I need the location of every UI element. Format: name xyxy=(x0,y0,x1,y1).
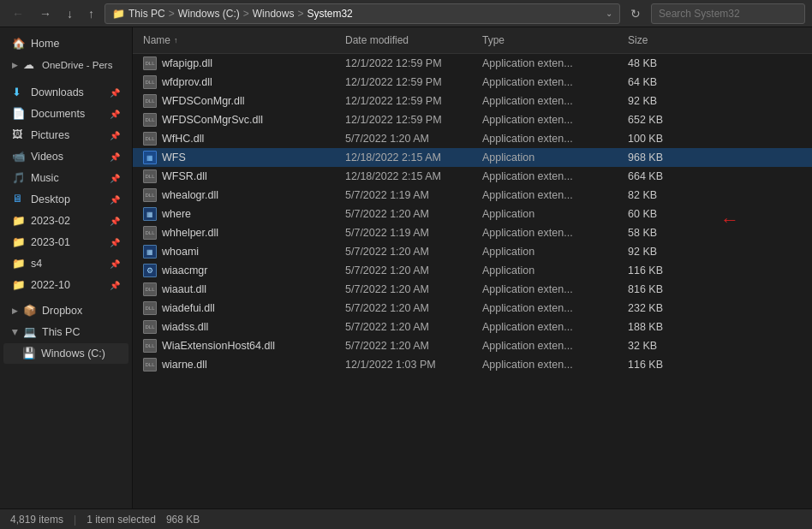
sidebar-item-home[interactable]: 🏠 Home xyxy=(3,33,128,54)
app-icon: ⚙ xyxy=(143,264,157,277)
statusbar: 4,819 items | 1 item selected 968 KB xyxy=(0,508,812,529)
sidebar-item-label: Pictures xyxy=(31,129,69,141)
main-layout: 🏠 Home ▶ ☁ OneDrive - Pers ⬇ Downloads 📌… xyxy=(0,27,812,508)
file-row[interactable]: ▦ whoami 5/7/2022 1:20 AM Application 92… xyxy=(133,242,812,261)
file-row[interactable]: DLL WfHC.dll 5/7/2022 1:20 AM Applicatio… xyxy=(133,129,812,148)
pin-icon: 📌 xyxy=(110,131,120,140)
sidebar-item-s4[interactable]: 📁 s4 📌 xyxy=(3,253,128,274)
file-name: wiadss.dll xyxy=(162,321,208,333)
file-size: 92 KB xyxy=(621,244,690,259)
file-type: Application exten... xyxy=(475,112,621,128)
dropbox-icon: 📦 xyxy=(23,304,37,318)
file-size: 116 KB xyxy=(621,263,690,278)
file-name: WiaExtensionHost64.dll xyxy=(162,340,275,352)
sidebar-item-desktop[interactable]: 🖥 Desktop 📌 xyxy=(3,189,128,210)
file-row[interactable]: DLL WFDSConMgrSvc.dll 12/1/2022 12:59 PM… xyxy=(133,110,812,129)
sidebar-item-onedrive[interactable]: ▶ ☁ OneDrive - Pers xyxy=(3,55,128,75)
sidebar-item-documents[interactable]: 📄 Documents 📌 xyxy=(3,104,128,124)
file-date: 5/7/2022 1:20 AM xyxy=(338,263,475,278)
app-icon: ▦ xyxy=(143,207,157,221)
file-row[interactable]: DLL WiaExtensionHost64.dll 5/7/2022 1:20… xyxy=(133,336,812,355)
file-row[interactable]: DLL wiaaut.dll 5/7/2022 1:20 AM Applicat… xyxy=(133,280,812,299)
col-header-date[interactable]: Date modified xyxy=(338,31,475,50)
sidebar-item-music[interactable]: 🎵 Music 📌 xyxy=(3,168,128,188)
sidebar-item-downloads[interactable]: ⬇ Downloads 📌 xyxy=(3,82,128,103)
breadcrumb-windows[interactable]: Windows xyxy=(253,8,295,20)
sidebar-item-2022-10[interactable]: 📁 2022-10 📌 xyxy=(3,275,128,295)
titlebar: ← → ↓ ↑ 📁 This PC > Windows (C:) > Windo… xyxy=(0,0,812,27)
search-input[interactable] xyxy=(651,3,805,24)
file-list: DLL wfapigp.dll 12/1/2022 12:59 PM Appli… xyxy=(133,54,812,508)
file-name: whhelper.dll xyxy=(162,227,218,239)
file-date: 5/7/2022 1:19 AM xyxy=(338,225,475,241)
file-date: 5/7/2022 1:20 AM xyxy=(338,282,475,297)
sidebar-item-thispc[interactable]: ▶ 💻 This PC xyxy=(3,322,128,342)
recent-button[interactable]: ↓ xyxy=(62,3,78,24)
file-name: whoami xyxy=(162,246,199,258)
sidebar-item-pictures[interactable]: 🖼 Pictures 📌 xyxy=(3,125,128,146)
breadcrumb-thispc[interactable]: This PC xyxy=(128,8,165,20)
file-row[interactable]: DLL whhelper.dll 5/7/2022 1:19 AM Applic… xyxy=(133,223,812,242)
file-row[interactable]: ▦ where 5/7/2022 1:20 AM Application 60 … xyxy=(133,205,812,223)
file-row[interactable]: DLL WFSR.dll 12/18/2022 2:15 AM Applicat… xyxy=(133,167,812,186)
address-dropdown-icon[interactable]: ⌄ xyxy=(606,9,612,18)
pin-icon: 📌 xyxy=(110,281,120,290)
file-row[interactable]: DLL wfdprov.dll 12/1/2022 12:59 PM Appli… xyxy=(133,73,812,92)
file-name-cell: DLL wiarne.dll xyxy=(133,356,338,373)
file-name: whealogr.dll xyxy=(162,189,218,201)
file-type: Application exten... xyxy=(475,357,621,372)
file-row[interactable]: DLL wfapigp.dll 12/1/2022 12:59 PM Appli… xyxy=(133,54,812,73)
file-date: 12/18/2022 2:15 AM xyxy=(338,150,475,165)
pin-icon: 📌 xyxy=(110,217,120,226)
file-size: 58 KB xyxy=(621,225,690,241)
file-name: wiaacmgr xyxy=(162,264,208,276)
home-icon: 🏠 xyxy=(12,37,26,51)
folder-icon: 📁 xyxy=(12,278,26,292)
address-bar[interactable]: 📁 This PC > Windows (C:) > Windows > Sys… xyxy=(104,3,620,24)
file-name-cell: DLL wfdprov.dll xyxy=(133,74,338,91)
refresh-button[interactable]: ↻ xyxy=(625,3,646,24)
breadcrumb-drive[interactable]: Windows (C:) xyxy=(178,8,240,20)
file-type: Application xyxy=(475,244,621,259)
sidebar-item-label: Videos xyxy=(31,151,63,163)
sidebar-item-label: Documents xyxy=(31,108,85,120)
file-size: 82 KB xyxy=(621,187,690,203)
file-type: Application xyxy=(475,150,621,165)
file-name-cell: ⚙ wiaacmgr xyxy=(133,262,338,279)
sidebar-item-2023-02[interactable]: 📁 2023-02 📌 xyxy=(3,211,128,231)
address-folder-icon: 📁 xyxy=(112,8,125,20)
file-row[interactable]: DLL whealogr.dll 5/7/2022 1:19 AM Applic… xyxy=(133,186,812,205)
file-size: 92 KB xyxy=(621,93,690,109)
file-date: 12/18/2022 2:15 AM xyxy=(338,169,475,184)
file-date: 12/1/2022 1:03 PM xyxy=(338,357,475,372)
file-row[interactable]: DLL wiadss.dll 5/7/2022 1:20 AM Applicat… xyxy=(133,318,812,336)
col-header-size[interactable]: Size xyxy=(621,31,690,50)
col-header-type[interactable]: Type xyxy=(475,31,621,50)
sidebar-item-label: This PC xyxy=(42,326,80,338)
pictures-icon: 🖼 xyxy=(12,128,26,142)
forward-button[interactable]: → xyxy=(34,3,57,24)
sidebar-item-windowsc[interactable]: 💾 Windows (C:) xyxy=(3,343,128,364)
file-name-cell: DLL wfapigp.dll xyxy=(133,55,338,72)
up-button[interactable]: ↑ xyxy=(83,3,99,24)
file-name: wfapigp.dll xyxy=(162,57,212,69)
file-row[interactable]: ▦ WFS 12/18/2022 2:15 AM Application 968… xyxy=(133,148,812,167)
file-row[interactable]: ⚙ wiaacmgr 5/7/2022 1:20 AM Application … xyxy=(133,261,812,280)
file-name: wiarne.dll xyxy=(162,359,207,371)
file-row[interactable]: DLL wiadefui.dll 5/7/2022 1:20 AM Applic… xyxy=(133,299,812,318)
file-row[interactable]: DLL wiarne.dll 12/1/2022 1:03 PM Applica… xyxy=(133,355,812,374)
file-size: 60 KB xyxy=(621,206,690,222)
file-row[interactable]: DLL WFDSConMgr.dll 12/1/2022 12:59 PM Ap… xyxy=(133,92,812,110)
sidebar-item-videos[interactable]: 📹 Videos 📌 xyxy=(3,146,128,167)
file-name-cell: DLL whealogr.dll xyxy=(133,187,338,204)
col-header-name[interactable]: Name ↑ xyxy=(133,31,338,50)
back-button[interactable]: ← xyxy=(7,3,29,24)
dll-icon: DLL xyxy=(143,226,157,240)
breadcrumb-system32[interactable]: System32 xyxy=(307,8,352,20)
file-name: where xyxy=(162,208,191,220)
sidebar-item-dropbox[interactable]: ▶ 📦 Dropbox xyxy=(3,300,128,321)
sidebar-item-2023-01[interactable]: 📁 2023-01 📌 xyxy=(3,232,128,253)
file-date: 5/7/2022 1:20 AM xyxy=(338,131,475,146)
file-type: Application exten... xyxy=(475,338,621,354)
pin-icon: 📌 xyxy=(110,88,120,98)
